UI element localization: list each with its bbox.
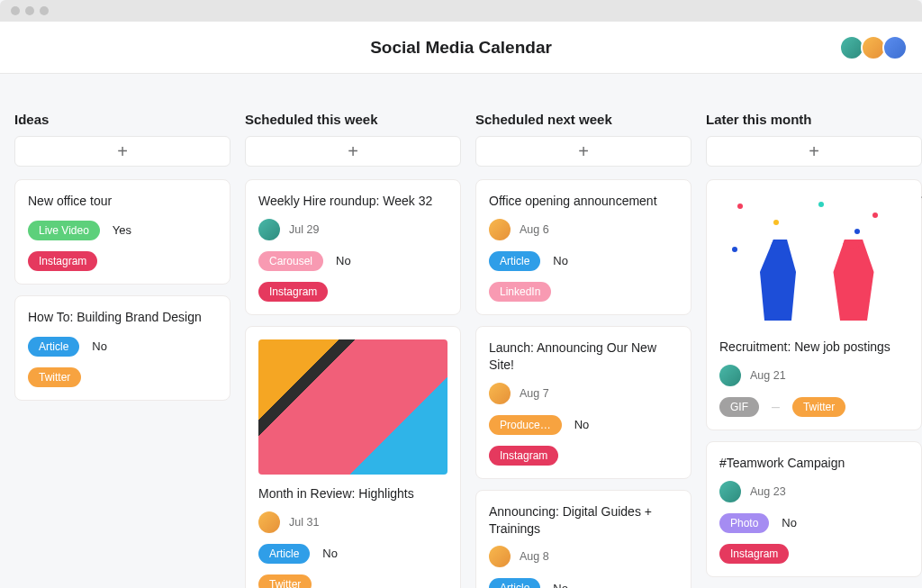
card[interactable]: Launch: Announcing Our New Site! Aug 7 P… bbox=[475, 326, 692, 479]
dash-separator: – bbox=[772, 399, 780, 415]
card[interactable]: New office tour Live Video Yes Instagram bbox=[14, 179, 230, 285]
field-value: No bbox=[574, 418, 590, 431]
add-card-button[interactable]: + bbox=[14, 136, 230, 167]
kanban-board: Ideas + New office tour Live Video Yes I… bbox=[0, 74, 922, 588]
traffic-light-max[interactable] bbox=[40, 6, 49, 15]
card[interactable]: Weekly Hire roundup: Week 32 Jul 29 Caro… bbox=[245, 179, 461, 315]
tag-pill: Article bbox=[489, 251, 540, 271]
tag-pill: Article bbox=[258, 544, 310, 564]
column-title: Later this month bbox=[706, 112, 922, 127]
add-card-button[interactable]: + bbox=[706, 136, 922, 167]
field-value: Yes bbox=[113, 223, 131, 237]
card-image bbox=[719, 193, 908, 328]
tag-pill: Twitter bbox=[792, 397, 845, 417]
assignee-avatar[interactable] bbox=[258, 511, 280, 533]
page-title: Social Media Calendar bbox=[370, 38, 552, 58]
app-header: Social Media Calendar bbox=[0, 22, 922, 74]
member-avatars bbox=[845, 35, 908, 60]
tag-pill: Article bbox=[489, 578, 540, 588]
card-title: How To: Building Brand Design bbox=[28, 309, 217, 326]
column-title: Scheduled this week bbox=[245, 112, 461, 127]
add-card-button[interactable]: + bbox=[475, 136, 692, 167]
avatar[interactable] bbox=[882, 35, 908, 60]
column-scheduled-this-week: Scheduled this week + Weekly Hire roundu… bbox=[245, 112, 461, 574]
field-value: No bbox=[782, 516, 797, 529]
card[interactable]: Month in Review: Highlights Jul 31 Artic… bbox=[245, 326, 461, 588]
tag-pill: Instagram bbox=[28, 251, 97, 271]
card-title: Weekly Hire roundup: Week 32 bbox=[258, 193, 447, 210]
tag-pill: Photo bbox=[719, 513, 769, 533]
card[interactable]: How To: Building Brand Design Article No… bbox=[14, 295, 230, 401]
column-title: Scheduled next week bbox=[475, 112, 692, 127]
assignee-avatar[interactable] bbox=[258, 219, 280, 240]
card-title: Month in Review: Highlights bbox=[258, 485, 447, 502]
field-value: No bbox=[92, 339, 107, 353]
card-image bbox=[258, 339, 447, 475]
field-value: No bbox=[553, 582, 568, 588]
field-value: No bbox=[322, 547, 338, 560]
card-title: Launch: Announcing Our New Site! bbox=[489, 339, 678, 374]
assignee-avatar[interactable] bbox=[719, 365, 741, 386]
card[interactable]: ··· Recruitment: New job postings Aug 21… bbox=[706, 179, 922, 430]
tag-pill: Live Video bbox=[28, 221, 100, 240]
column-ideas: Ideas + New office tour Live Video Yes I… bbox=[14, 112, 230, 574]
due-date: Aug 8 bbox=[520, 550, 549, 563]
assignee-avatar[interactable] bbox=[489, 546, 511, 567]
window-chrome bbox=[0, 0, 922, 22]
card[interactable]: #Teamwork Campaign Aug 23 Photo No Insta… bbox=[706, 441, 922, 577]
traffic-light-min[interactable] bbox=[25, 6, 34, 15]
due-date: Jul 29 bbox=[289, 223, 319, 236]
column-title: Ideas bbox=[14, 112, 230, 127]
tag-pill: Twitter bbox=[258, 574, 312, 588]
card-title: Recruitment: New job postings bbox=[719, 339, 908, 356]
tag-pill: Instagram bbox=[258, 282, 328, 302]
due-date: Aug 21 bbox=[750, 369, 786, 382]
tag-pill: GIF bbox=[719, 397, 759, 417]
field-value: No bbox=[553, 254, 568, 267]
tag-pill: Instagram bbox=[719, 544, 789, 564]
tag-pill: LinkedIn bbox=[489, 282, 551, 302]
card-title: Office opening announcement bbox=[489, 193, 678, 210]
assignee-avatar[interactable] bbox=[489, 219, 511, 240]
assignee-avatar[interactable] bbox=[719, 481, 741, 502]
card-title: #Teamwork Campaign bbox=[719, 455, 908, 472]
card-title: Announcing: Digital Guides + Trainings bbox=[489, 503, 678, 538]
tag-pill: Twitter bbox=[28, 367, 81, 387]
assignee-avatar[interactable] bbox=[489, 383, 511, 404]
card[interactable]: Announcing: Digital Guides + Trainings A… bbox=[475, 490, 692, 588]
due-date: Jul 31 bbox=[289, 516, 319, 529]
due-date: Aug 6 bbox=[520, 223, 549, 236]
add-card-button[interactable]: + bbox=[245, 136, 461, 167]
tag-pill: Article bbox=[28, 337, 79, 357]
card-title: New office tour bbox=[28, 193, 217, 210]
field-value: No bbox=[336, 254, 351, 267]
tag-pill: Produce… bbox=[489, 415, 562, 435]
card[interactable]: Office opening announcement Aug 6 Articl… bbox=[475, 179, 692, 315]
column-later-this-month: Later this month + ··· Recruitment: New … bbox=[706, 112, 922, 574]
column-scheduled-next-week: Scheduled next week + Office opening ann… bbox=[475, 112, 692, 574]
traffic-light-close[interactable] bbox=[11, 6, 20, 15]
tag-pill: Carousel bbox=[258, 251, 323, 271]
tag-pill: Instagram bbox=[489, 446, 558, 466]
due-date: Aug 7 bbox=[520, 387, 549, 400]
due-date: Aug 23 bbox=[750, 485, 786, 498]
